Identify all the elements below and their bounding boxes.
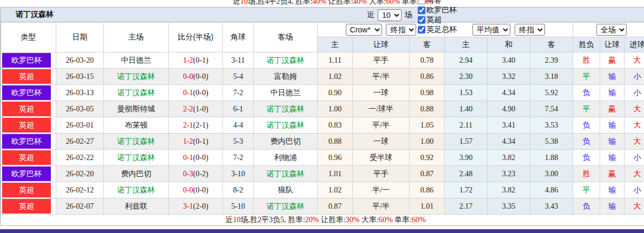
league-badge-cell: 欧罗巴杯	[1, 134, 56, 150]
home-team[interactable]: 曼彻斯特城	[104, 101, 169, 117]
odds-handicap: 平手	[353, 166, 410, 182]
table-row: 英超26-02-22诺丁汉森林0-1(0-0)7-2利物浦0.96受半球0.92…	[1, 150, 644, 166]
odds-handicap: 一球	[353, 134, 410, 150]
league-badge: 英超	[2, 150, 51, 165]
filter-checkbox-input-fa-cup[interactable]	[418, 26, 425, 34]
away-team[interactable]: 诺丁汉森林	[254, 52, 318, 69]
avg-away: 5.92	[530, 85, 573, 101]
odds-home: 1.02	[318, 182, 353, 198]
league-badge: 英超	[2, 199, 51, 214]
table-row: 英超26-03-05曼彻斯特城2-2(1-0)6-1诺丁汉森林1.00一/球半0…	[1, 101, 644, 117]
filter-checkbox-input-same-away[interactable]	[418, 0, 425, 4]
column-header-score: 比分(半场)	[169, 23, 223, 52]
filter-checkbox-fa-cup[interactable]: 英足总杯	[418, 25, 457, 35]
avg-away: 4.86	[530, 182, 573, 198]
home-team[interactable]: 诺丁汉森林	[104, 85, 169, 101]
home-team[interactable]: 费内巴切	[104, 166, 169, 182]
home-team[interactable]: 诺丁汉森林	[104, 69, 169, 85]
odds-handicap: 一球	[353, 85, 410, 101]
league-badge-cell: 欧罗巴杯	[1, 52, 56, 69]
corners: 4-4	[223, 117, 254, 134]
table-row: 英超26-03-15诺丁汉森林0-0(0-0)5-4富勒姆1.02平/半0.86…	[1, 69, 644, 85]
average-stage-select[interactable]: 终指	[515, 24, 545, 36]
away-team[interactable]: 诺丁汉森林	[254, 198, 318, 215]
result-handicap: 输	[600, 198, 625, 215]
average-select[interactable]: 平均值	[472, 24, 510, 36]
corners: 5-10	[223, 198, 254, 215]
home-team[interactable]: 诺丁汉森林	[104, 182, 169, 198]
score: 0-0(0-0)	[169, 182, 223, 198]
match-date: 26-03-15	[56, 69, 104, 85]
away-team[interactable]: 狼队	[254, 182, 318, 198]
away-team[interactable]: 诺丁汉森林	[254, 117, 318, 134]
avg-home: 1.57	[445, 134, 488, 150]
corners: 5-4	[223, 69, 254, 85]
filter-checkbox-premier-league[interactable]: 英超	[418, 15, 457, 25]
subheader-result: 胜负	[573, 37, 600, 52]
odds-away: 0.98	[410, 85, 445, 101]
away-team[interactable]: 利物浦	[254, 150, 318, 166]
column-header-corners: 角球	[223, 23, 254, 52]
avg-draw: 3.23	[488, 166, 530, 182]
odds-away: 0.78	[410, 52, 445, 69]
home-team[interactable]: 中日德兰	[104, 52, 169, 69]
odds-away: 0.88	[410, 101, 445, 117]
subheader-odds-handicap: 让球	[353, 37, 410, 52]
result-outcome: 平	[573, 182, 600, 198]
avg-draw: 3.40	[488, 52, 530, 69]
away-team[interactable]: 费内巴切	[254, 134, 318, 150]
result-outcome: 负	[573, 117, 600, 134]
result-handicap: 输	[600, 85, 625, 101]
avg-draw: 3.41	[488, 117, 530, 134]
league-badge: 英超	[2, 183, 51, 197]
away-team[interactable]: 富勒姆	[254, 69, 318, 85]
bookmaker-select[interactable]: Crow*	[346, 24, 382, 36]
filter-checkbox-input-premier-league[interactable]	[418, 16, 425, 24]
result-handicap: 赢	[600, 101, 625, 117]
result-goals: 小	[625, 150, 644, 166]
avg-draw: 3.35	[488, 198, 530, 215]
league-badge: 欧罗巴杯	[2, 167, 51, 181]
filter-checkbox-input-europa-cup[interactable]	[418, 6, 425, 14]
match-date: 26-03-01	[56, 117, 104, 134]
odds-home: 1.01	[318, 166, 353, 182]
home-team[interactable]: 诺丁汉森林	[104, 150, 169, 166]
result-goals: 大	[625, 117, 644, 134]
filter-checkbox-label: 欧罗巴杯	[426, 5, 457, 15]
away-team[interactable]: 诺丁汉森林	[254, 101, 318, 117]
away-team[interactable]: 诺丁汉森林	[254, 166, 318, 182]
avg-draw: 4.34	[488, 134, 530, 150]
recent-count-select[interactable]: 10	[378, 9, 402, 21]
odds-away: 0.92	[410, 150, 445, 166]
match-date: 26-02-07	[56, 198, 104, 215]
league-badge-cell: 英超	[1, 150, 56, 166]
score: 1-2(0-1)	[169, 52, 223, 69]
filter-checkbox-same-away[interactable]: 同客	[418, 0, 457, 5]
scope-select-cell: 全场	[573, 23, 644, 37]
bottom-divider-bar	[0, 229, 644, 233]
away-team[interactable]: 中日德兰	[254, 85, 318, 101]
score: 1-2(0-1)	[169, 134, 223, 150]
avg-away: 7.54	[530, 101, 573, 117]
bookmaker-stage-select[interactable]: 终指	[386, 24, 416, 36]
avg-draw: 3.82	[488, 182, 530, 198]
column-header-type: 类型	[1, 23, 56, 52]
score: 2-1(2-1)	[169, 117, 223, 134]
result-outcome: 胜	[573, 52, 600, 69]
result-goals: 小	[625, 69, 644, 85]
filter-checkbox-europa-cup[interactable]: 欧罗巴杯	[418, 5, 457, 15]
result-goals: 小	[625, 182, 644, 198]
odds-handicap: 平/半	[353, 198, 410, 215]
scope-select[interactable]: 全场	[596, 24, 627, 36]
result-handicap: 赢	[600, 166, 625, 182]
league-badge: 英超	[2, 69, 51, 84]
home-team[interactable]: 利兹联	[104, 198, 169, 215]
matches-grid: 类型 日期 主场 比分(半场) 角球 客场 Crow* 终指 平均值 终指	[1, 22, 644, 225]
result-outcome: 胜	[573, 166, 600, 182]
avg-home: 2.94	[445, 52, 488, 69]
corners: 8-2	[223, 182, 254, 198]
home-team[interactable]: 诺丁汉森林	[104, 134, 169, 150]
odds-home: 1.00	[318, 101, 353, 117]
league-badge: 欧罗巴杯	[2, 53, 51, 68]
home-team[interactable]: 布莱顿	[104, 117, 169, 134]
